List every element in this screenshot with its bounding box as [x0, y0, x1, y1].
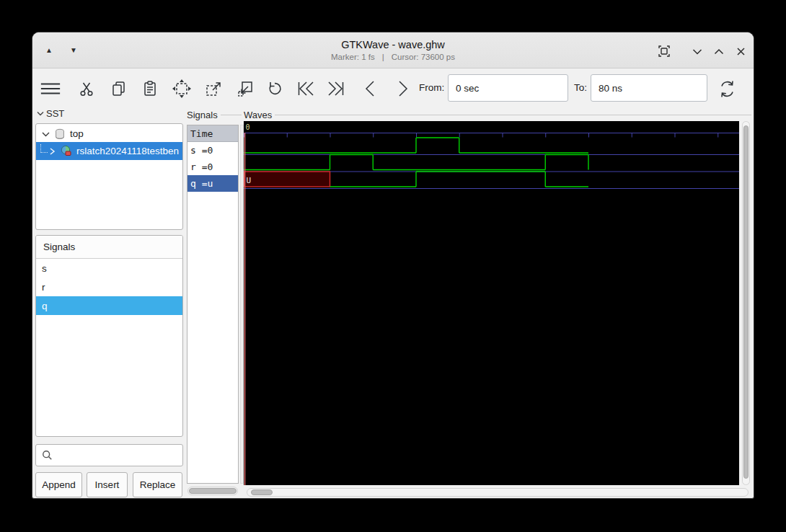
- hamburger-icon: [40, 80, 61, 97]
- cursor-status: Cursor: 73600 ps: [392, 53, 455, 61]
- paste-button[interactable]: [139, 78, 161, 99]
- testbench-icon: [60, 145, 72, 157]
- expander-right-icon: [49, 147, 56, 156]
- tree-guide-line: [40, 144, 48, 153]
- window-title: GTKWave - wave.ghw: [32, 39, 754, 50]
- to-input[interactable]: [591, 74, 707, 102]
- signal-search: [35, 444, 183, 466]
- wave-hscrollbar[interactable]: [247, 488, 749, 497]
- search-icon: [42, 450, 53, 461]
- close-button[interactable]: [733, 44, 748, 58]
- time-header: Time: [187, 125, 238, 142]
- from-input[interactable]: [448, 74, 568, 102]
- scissors-icon: [79, 80, 94, 97]
- replace-button[interactable]: Replace: [133, 472, 182, 497]
- facility-item-s[interactable]: s: [36, 259, 182, 278]
- status-separator: |: [382, 53, 384, 61]
- wave-canvas: 0U: [244, 121, 739, 485]
- reload-button[interactable]: [716, 78, 738, 99]
- append-button[interactable]: Append: [35, 472, 82, 497]
- zoom-in-icon: [205, 80, 223, 98]
- tree-item-rslatch[interactable]: rslatch20241118testben: [36, 142, 182, 160]
- zoom-out-button[interactable]: [234, 78, 256, 99]
- tree-item-label: top: [70, 128, 84, 139]
- undo-button[interactable]: [263, 78, 285, 99]
- next-edge-button[interactable]: [392, 78, 413, 99]
- insert-button[interactable]: Insert: [87, 472, 128, 497]
- sst-header[interactable]: SST: [37, 107, 80, 119]
- facility-item-q[interactable]: q: [36, 296, 182, 315]
- chevron-up-icon: [714, 48, 724, 55]
- signals-frame-label: Signals: [187, 109, 242, 120]
- tree-item-top[interactable]: top: [36, 124, 182, 142]
- module-icon: [54, 128, 66, 140]
- reload-icon: [717, 79, 737, 99]
- gtkwave-window: ▲ ▼ GTKWave - wave.ghw Marker: 1 fs|Curs…: [32, 32, 754, 499]
- chevron-right-icon: [394, 79, 411, 98]
- fullscreen-icon: [658, 45, 671, 58]
- search-input[interactable]: [35, 444, 183, 466]
- chevron-left-icon: [362, 79, 379, 98]
- facility-item-r[interactable]: r: [36, 278, 182, 296]
- skip-to-start-button[interactable]: [295, 78, 317, 99]
- skip-start-icon: [296, 79, 315, 98]
- signal-name-list: Time s =0 r =0 q =u: [187, 125, 239, 484]
- window-status: Marker: 1 fs|Cursor: 73600 ps: [32, 53, 754, 61]
- zoom-in-button[interactable]: [203, 78, 224, 99]
- menu-button[interactable]: [40, 78, 61, 99]
- facility-header: Signals: [36, 236, 182, 259]
- close-icon: [736, 47, 746, 56]
- expander-down-icon: [42, 131, 50, 137]
- prev-edge-button[interactable]: [360, 78, 381, 99]
- tree-item-label: rslatch20241118testben: [76, 146, 179, 156]
- wave-area[interactable]: 0U: [244, 121, 739, 485]
- waves-frame-label: Waves: [244, 109, 751, 120]
- chevron-down-icon: [692, 48, 702, 55]
- zoom-out-icon: [237, 80, 255, 98]
- copy-button[interactable]: [107, 78, 129, 99]
- scrollbar-thumb[interactable]: [743, 125, 749, 479]
- svg-text:0: 0: [246, 123, 250, 131]
- signal-row-s[interactable]: s =0: [187, 142, 238, 159]
- clipboard-icon: [141, 80, 159, 97]
- facility-list: Signals s r q: [35, 235, 183, 437]
- copy-icon: [110, 80, 127, 97]
- scrollbar-thumb[interactable]: [189, 488, 237, 494]
- fullscreen-button[interactable]: [657, 44, 671, 58]
- signal-row-q[interactable]: q =u: [187, 175, 238, 192]
- skip-end-icon: [327, 79, 345, 98]
- wave-vscrollbar[interactable]: [742, 121, 750, 485]
- scrollbar-thumb[interactable]: [251, 489, 273, 495]
- zoom-fit-button[interactable]: [171, 78, 193, 99]
- undo-icon: [265, 80, 283, 98]
- cut-button[interactable]: [76, 78, 97, 99]
- to-label: To:: [574, 82, 587, 93]
- marker-status: Marker: 1 fs: [331, 53, 375, 61]
- chevron-down-icon: [37, 111, 44, 116]
- sst-tree: top rslatch20241118testben: [35, 123, 183, 230]
- skip-to-end-button[interactable]: [325, 78, 347, 99]
- signal-row-r[interactable]: r =0: [187, 159, 238, 175]
- titlebar[interactable]: ▲ ▼ GTKWave - wave.ghw Marker: 1 fs|Curs…: [32, 32, 754, 68]
- zoom-fit-icon: [172, 79, 191, 98]
- from-label: From:: [419, 82, 444, 93]
- minimize-button[interactable]: [690, 44, 705, 58]
- svg-text:U: U: [247, 176, 252, 185]
- maximize-button[interactable]: [712, 44, 726, 58]
- signal-list-hscrollbar[interactable]: [187, 487, 238, 495]
